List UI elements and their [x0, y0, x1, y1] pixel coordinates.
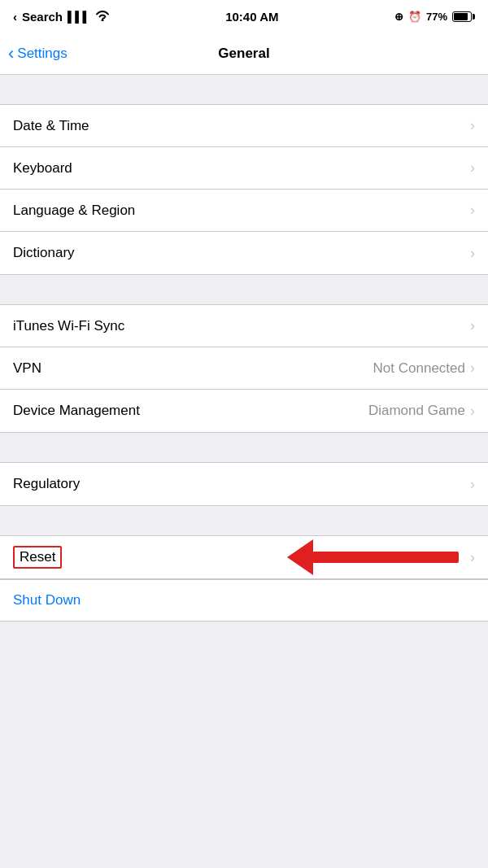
- itunes-wifi-sync-item[interactable]: iTunes Wi-Fi Sync ›: [0, 305, 488, 347]
- itunes-wifi-sync-right: ›: [470, 317, 475, 334]
- chevron-icon: ›: [470, 117, 475, 134]
- search-label: Search: [22, 10, 63, 24]
- status-left: ‹ Search ▌▌▌: [13, 10, 110, 24]
- battery-icon: [452, 11, 475, 22]
- device-management-value: Diamond Game: [368, 403, 465, 419]
- wifi-icon: [95, 10, 110, 24]
- arrow-annotation: [287, 539, 459, 575]
- chevron-icon: ›: [470, 476, 475, 493]
- shutdown-label: Shut Down: [13, 592, 81, 608]
- section-2: iTunes Wi-Fi Sync › VPN Not Connected › …: [0, 304, 488, 433]
- language-region-right: ›: [470, 202, 475, 219]
- section-gap-3: [0, 433, 488, 462]
- section-4: Reset ›: [0, 535, 488, 579]
- section-gap-top: [0, 75, 488, 104]
- vpn-label: VPN: [13, 360, 41, 377]
- chevron-icon: ›: [470, 403, 475, 420]
- reset-item[interactable]: Reset ›: [0, 536, 488, 578]
- vpn-right: Not Connected ›: [373, 360, 475, 377]
- dictionary-item[interactable]: Dictionary ›: [0, 232, 488, 274]
- device-management-item[interactable]: Device Management Diamond Game ›: [0, 390, 488, 432]
- language-region-label: Language & Region: [13, 203, 135, 219]
- device-management-right: Diamond Game ›: [368, 403, 475, 420]
- vpn-status: Not Connected: [373, 360, 465, 377]
- chevron-icon: ›: [470, 317, 475, 334]
- chevron-icon: ›: [470, 245, 475, 262]
- section-gap-2: [0, 275, 488, 304]
- date-time-item[interactable]: Date & Time ›: [0, 105, 488, 147]
- alarm-icon: ⏰: [408, 11, 421, 23]
- back-arrow-status: ‹: [13, 10, 17, 24]
- status-bar: ‹ Search ▌▌▌ 10:40 AM ⊕ ⏰ 77%: [0, 0, 488, 33]
- chevron-icon: ›: [470, 549, 475, 566]
- date-time-label: Date & Time: [13, 118, 89, 134]
- back-button[interactable]: ‹ Settings: [8, 45, 68, 63]
- svg-point-0: [101, 19, 103, 21]
- keyboard-right: ›: [470, 159, 475, 177]
- reset-right: ›: [470, 549, 475, 566]
- status-time: 10:40 AM: [225, 10, 278, 24]
- shutdown-item[interactable]: Shut Down: [0, 579, 488, 622]
- keyboard-label: Keyboard: [13, 160, 72, 177]
- vpn-item[interactable]: VPN Not Connected ›: [0, 347, 488, 390]
- keyboard-item[interactable]: Keyboard ›: [0, 147, 488, 190]
- regulatory-item[interactable]: Regulatory ›: [0, 463, 488, 505]
- itunes-wifi-sync-label: iTunes Wi-Fi Sync: [13, 318, 124, 334]
- arrow-body: [312, 552, 459, 563]
- date-time-right: ›: [470, 117, 475, 134]
- page-title: General: [218, 46, 269, 62]
- back-chevron-icon: ‹: [8, 45, 14, 63]
- bottom-padding: [0, 622, 488, 654]
- back-label: Settings: [17, 46, 67, 62]
- regulatory-right: ›: [470, 476, 475, 493]
- nav-bar: ‹ Settings General: [0, 33, 488, 75]
- section-3: Regulatory ›: [0, 462, 488, 506]
- chevron-icon: ›: [470, 360, 475, 377]
- battery-percent: 77%: [426, 11, 447, 23]
- dictionary-label: Dictionary: [13, 245, 75, 261]
- signal-icon: ▌▌▌: [68, 11, 90, 23]
- section-1: Date & Time › Keyboard › Language & Regi…: [0, 104, 488, 275]
- chevron-icon: ›: [470, 202, 475, 219]
- arrow-head-icon: [287, 539, 313, 575]
- dictionary-right: ›: [470, 245, 475, 262]
- device-management-label: Device Management: [13, 403, 140, 419]
- status-right: ⊕ ⏰ 77%: [394, 11, 475, 23]
- reset-box: Reset: [13, 546, 62, 569]
- regulatory-label: Regulatory: [13, 476, 80, 492]
- location-icon: ⊕: [394, 11, 403, 23]
- reset-label: Reset: [13, 546, 62, 569]
- section-gap-4: [0, 506, 488, 535]
- language-region-item[interactable]: Language & Region ›: [0, 190, 488, 232]
- chevron-icon: ›: [470, 159, 475, 177]
